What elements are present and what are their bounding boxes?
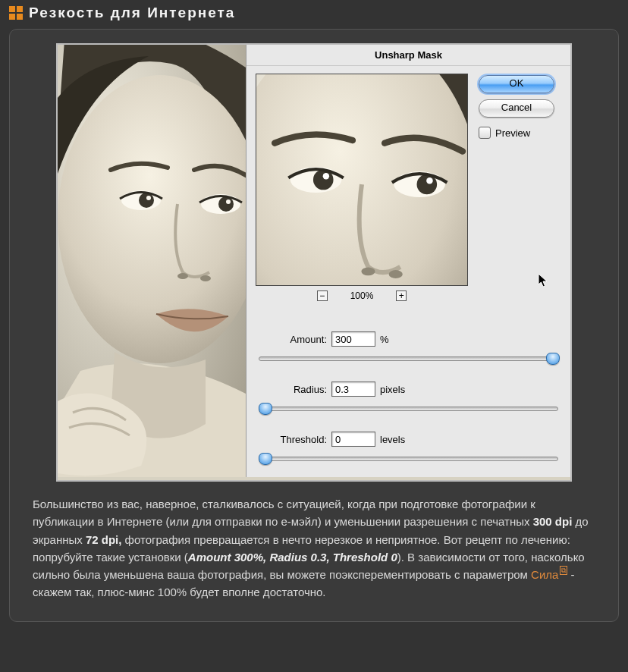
- svg-point-9: [200, 275, 211, 281]
- radius-slider-thumb[interactable]: [259, 403, 272, 415]
- threshold-unit: levels: [380, 434, 405, 445]
- threshold-slider[interactable]: [259, 451, 558, 465]
- radius-unit: pixels: [380, 384, 405, 395]
- preview-checkbox[interactable]: [479, 127, 491, 139]
- amount-input[interactable]: [331, 331, 375, 347]
- sila-link[interactable]: Сила⧉: [531, 568, 567, 581]
- preview-checkbox-label: Preview: [495, 127, 530, 139]
- amount-label: Amount:: [259, 334, 327, 345]
- svg-point-4: [146, 196, 151, 200]
- radius-input[interactable]: [331, 382, 375, 397]
- threshold-label: Threshold:: [259, 434, 327, 445]
- radius-label: Radius:: [259, 384, 327, 395]
- page-title: Резкость для Интернета: [29, 5, 235, 21]
- grid-logo-icon: [9, 6, 23, 20]
- tutorial-screenshot: Unsharp Mask: [56, 43, 572, 482]
- zoom-in-button[interactable]: +: [396, 290, 407, 301]
- svg-point-18: [361, 267, 375, 275]
- article-panel: Unsharp Mask: [9, 29, 619, 622]
- svg-point-8: [177, 273, 188, 279]
- zoom-out-button[interactable]: −: [317, 290, 328, 301]
- radius-slider[interactable]: [259, 401, 558, 415]
- sample-photo: [58, 45, 246, 477]
- svg-point-14: [323, 173, 329, 179]
- svg-point-17: [426, 177, 432, 184]
- article-text: Большинство из вас, наверное, сталкивало…: [20, 495, 608, 601]
- ok-button[interactable]: OK: [479, 75, 554, 93]
- amount-slider-thumb[interactable]: [546, 353, 560, 365]
- preview-image[interactable]: [256, 74, 468, 286]
- amount-slider[interactable]: [259, 351, 558, 365]
- svg-point-19: [389, 270, 403, 278]
- unsharp-mask-dialog: Unsharp Mask: [246, 45, 570, 477]
- svg-point-7: [226, 199, 231, 204]
- threshold-input[interactable]: [331, 432, 375, 447]
- cancel-button[interactable]: Cancel: [479, 99, 554, 118]
- amount-unit: %: [380, 334, 389, 345]
- zoom-level: 100%: [350, 290, 374, 301]
- threshold-slider-thumb[interactable]: [259, 453, 272, 465]
- dialog-title: Unsharp Mask: [246, 45, 570, 66]
